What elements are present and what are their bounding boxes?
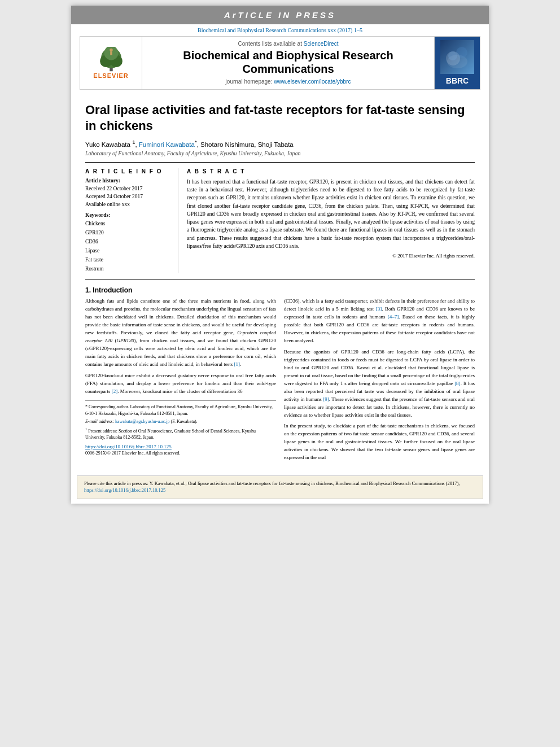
sciencedirect-link[interactable]: ScienceDirect bbox=[304, 41, 339, 47]
doi-link[interactable]: https://doi.org/10.1016/j.bbrc.2017.10.1… bbox=[85, 444, 276, 449]
article-info-abstract: A R T I C L E I N F O Article history: R… bbox=[85, 162, 475, 280]
body-right-col: (CD36), which is a fatty acid transporte… bbox=[284, 298, 475, 465]
journal-header: ELSEVIER Contents lists available at Sci… bbox=[80, 36, 480, 90]
body-left-col: Although fats and lipids constitute one … bbox=[85, 298, 276, 465]
article-in-press-banner: ArTICLE IN PRESS bbox=[71, 6, 489, 24]
footnotes-section: * Corresponding author. Laboratory of Fu… bbox=[85, 400, 276, 442]
bottom-doi-link[interactable]: https://doi.org/10.1016/j.bbrc.2017.10.1… bbox=[84, 487, 165, 493]
journal-info-line: Biochemical and Biophysical Research Com… bbox=[71, 24, 489, 35]
body-right-text: (CD36), which is a fatty acid transporte… bbox=[284, 298, 475, 462]
article-dates: Received 22 October 2017 Accepted 24 Oct… bbox=[85, 185, 172, 209]
banner-text: ArTICLE IN PRESS bbox=[224, 10, 336, 20]
email-footnote: E-mail address: kawabata@agr.kyushu-u.ac… bbox=[85, 418, 276, 425]
article-title: Oral lipase activities and fat-taste rec… bbox=[85, 102, 475, 134]
article-info-heading: A R T I C L E I N F O bbox=[85, 168, 172, 174]
ref1[interactable]: [1] bbox=[234, 361, 240, 367]
corresponding-footnote: * Corresponding author. Laboratory of Fu… bbox=[85, 404, 276, 417]
bbrc-image bbox=[440, 40, 474, 74]
issn-copyright: 0006-291X/© 2017 Elsevier Inc. All right… bbox=[85, 451, 276, 456]
svg-rect-6 bbox=[110, 51, 112, 55]
svg-rect-7 bbox=[440, 40, 474, 74]
article-history-label: Article history: bbox=[85, 178, 172, 184]
page: ArTICLE IN PRESS Biochemical and Biophys… bbox=[71, 6, 489, 504]
ref4-7[interactable]: [4–7] bbox=[388, 314, 399, 320]
journal-citation: Biochemical and Biophysical Research Com… bbox=[198, 27, 362, 33]
authors-line: Yuko Kawabata 1, Fuminori Kawabata*, Sho… bbox=[85, 139, 475, 148]
affiliation: Laboratory of Functional Anatomy, Facult… bbox=[85, 150, 475, 156]
homepage-url[interactable]: www.elsevier.com/locate/ybbrc bbox=[274, 78, 351, 85]
ref8[interactable]: [8] bbox=[454, 381, 461, 386]
ref2[interactable]: [2] bbox=[112, 388, 118, 394]
contents-available-text: Contents lists available at ScienceDirec… bbox=[238, 41, 339, 47]
keywords-label: Keywords: bbox=[85, 212, 172, 218]
journal-homepage: journal homepage: www.elsevier.com/locat… bbox=[226, 78, 351, 85]
journal-header-center: Contents lists available at ScienceDirec… bbox=[142, 37, 435, 89]
author-yuko: Yuko Kawabata bbox=[85, 141, 132, 148]
footnote1: 1 Present address: Section of Oral Neuro… bbox=[85, 426, 276, 442]
journal-title: Biochemical and Biophysical Research Com… bbox=[148, 49, 428, 76]
intro-heading: 1. Introduction bbox=[85, 286, 475, 294]
svg-point-9 bbox=[448, 51, 457, 60]
bottom-citation-bar: Please cite this article in press as: Y.… bbox=[77, 475, 483, 499]
ref3[interactable]: [3] bbox=[376, 306, 382, 312]
main-content: Oral lipase activities and fat-taste rec… bbox=[71, 90, 489, 471]
ref9[interactable]: [9] bbox=[323, 396, 329, 402]
abstract-text: It has been reported that a functional f… bbox=[187, 178, 475, 250]
body-left-text: Although fats and lipids constitute one … bbox=[85, 298, 276, 395]
elsevier-tree-icon bbox=[91, 47, 131, 72]
keywords-list: ChickensGPR120CD36LipaseFat tasteRostrum bbox=[85, 219, 172, 274]
bbrc-logo-area: BBRC bbox=[435, 37, 480, 89]
body-two-col: Although fats and lipids constitute one … bbox=[85, 298, 475, 465]
elsevier-logo-area: ELSEVIER bbox=[80, 37, 142, 89]
elsevier-label: ELSEVIER bbox=[93, 72, 128, 79]
article-info-col: A R T I C L E I N F O Article history: R… bbox=[85, 168, 178, 274]
abstract-col: A B S T R A C T It has been reported tha… bbox=[187, 168, 475, 274]
introduction-section: 1. Introduction Although fats and lipids… bbox=[85, 286, 475, 465]
svg-point-5 bbox=[110, 49, 112, 51]
bbrc-label: BBRC bbox=[446, 76, 469, 86]
svg-point-10 bbox=[456, 47, 467, 58]
abstract-heading: A B S T R A C T bbox=[187, 168, 475, 174]
abstract-copyright: © 2017 Elsevier Inc. All rights reserved… bbox=[187, 253, 475, 259]
email-link[interactable]: kawabata@agr.kyushu-u.ac.jp bbox=[115, 419, 169, 424]
author-fuminori[interactable]: Fuminori Kawabata bbox=[139, 141, 195, 148]
